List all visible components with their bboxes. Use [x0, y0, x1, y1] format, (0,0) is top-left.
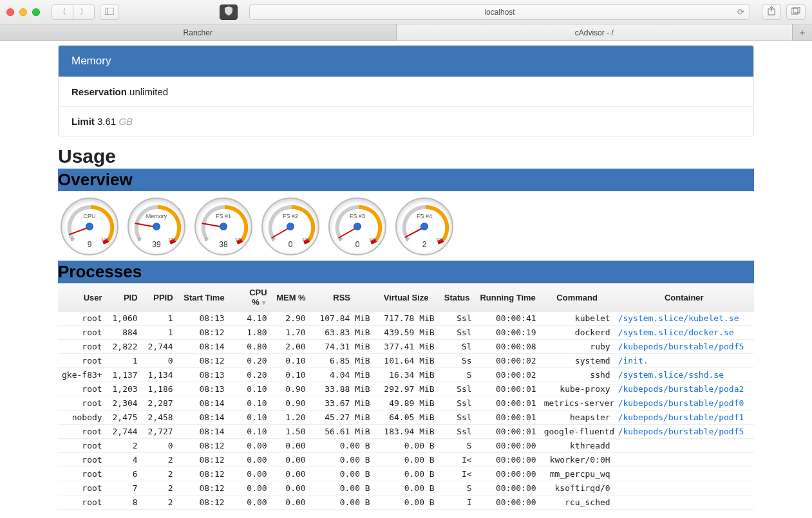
close-window-button[interactable]	[6, 8, 14, 16]
cell-status: Ssl	[439, 411, 476, 425]
cell-status: Ssl	[439, 326, 476, 340]
reload-icon[interactable]: ⟳	[737, 7, 744, 17]
cell-ppid: 1,186	[142, 382, 177, 396]
gauge-label: FS #4	[397, 213, 452, 219]
col-cpu[interactable]: CPU %▼	[229, 284, 271, 311]
cell-vsize: 0.00 B	[374, 495, 439, 510]
cell-user: root	[58, 311, 106, 326]
col-runtime[interactable]: Running Time	[476, 284, 540, 311]
cell-cmd: mm_percpu_wq	[540, 467, 614, 481]
gauge-hub	[287, 223, 294, 230]
container-link[interactable]: /kubepods/burstable/poda2	[618, 384, 744, 394]
nav-back-button[interactable]: 〈	[52, 5, 73, 20]
cell-ppid: 2	[142, 453, 177, 467]
cell-runtime: 00:00:00	[476, 453, 540, 467]
cell-status: I<	[439, 453, 476, 467]
col-rss[interactable]: RSS	[310, 284, 374, 311]
zoom-window-button[interactable]	[32, 8, 40, 16]
table-row: root7208:120.000.000.00 B0.00 BS00:00:00…	[58, 481, 754, 495]
gauge-hub	[153, 223, 160, 230]
share-button[interactable]	[762, 5, 781, 20]
privacy-shield-button[interactable]	[220, 5, 238, 20]
cell-pid: 2,304	[106, 396, 142, 411]
cell-rss: 6.85 MiB	[310, 354, 374, 368]
cell-mem: 1.20	[271, 411, 310, 425]
container-link[interactable]: /kubepods/burstable/podf5	[618, 342, 744, 351]
container-link[interactable]: /kubepods/burstable/podf1	[618, 412, 744, 422]
container-link[interactable]: /kubepods/burstable/podf0	[618, 398, 744, 408]
tabs-icon	[791, 7, 800, 17]
cell-container: /system.slice/docker.se	[614, 326, 754, 340]
minimize-window-button[interactable]	[19, 8, 27, 16]
col-vsize[interactable]: Virtual Size	[374, 284, 439, 311]
sidebar-toggle-button[interactable]	[100, 5, 119, 20]
cell-container: /kubepods/burstable/podf5	[614, 425, 754, 439]
container-link[interactable]: /system.slice/kubelet.se	[618, 313, 739, 323]
cell-user: root	[58, 481, 106, 495]
cell-runtime: 00:00:00	[476, 439, 540, 453]
nav-back-forward-group: 〈 〉	[52, 5, 95, 20]
table-row: root6208:120.000.000.00 B0.00 BI<00:00:0…	[58, 467, 754, 481]
cell-pid: 1,203	[106, 382, 142, 396]
cell-cmd: heapster	[540, 411, 614, 425]
cell-start: 08:12	[177, 495, 229, 510]
cell-start: 08:12	[177, 467, 229, 481]
table-row: root884108:121.801.7063.83 MiB439.59 MiB…	[58, 326, 754, 340]
memory-panel: Memory Reservation unlimited Limit 3.61 …	[58, 45, 754, 136]
container-link[interactable]: /system.slice/sshd.se	[618, 370, 724, 380]
cell-user: root	[58, 354, 106, 368]
cell-mem: 2.90	[271, 311, 310, 326]
cell-runtime: 00:00:01	[476, 382, 540, 396]
cell-rss: 0.00 B	[310, 453, 374, 467]
col-cont[interactable]: Container	[614, 284, 754, 311]
cell-container: /kubepods/burstable/podf1	[614, 411, 754, 425]
browser-tab-rancher[interactable]: Rancher	[0, 24, 397, 41]
processes-table: User PID PPID Start Time CPU %▼ MEM % RS…	[58, 283, 754, 510]
cell-mem: 0.00	[271, 495, 310, 510]
cell-start: 08:12	[177, 326, 229, 340]
cell-status: Sl	[439, 340, 476, 354]
container-link[interactable]: /kubepods/burstable/podf5	[618, 427, 744, 436]
col-mem[interactable]: MEM %	[271, 284, 310, 311]
cell-cpu: 0.00	[229, 495, 271, 510]
col-start[interactable]: Start Time	[177, 284, 229, 311]
col-cmd[interactable]: Command	[540, 284, 614, 311]
table-row: root2,8222,74408:140.802.0074.31 MiB377.…	[58, 340, 754, 354]
cell-cpu: 0.10	[229, 382, 271, 396]
col-ppid[interactable]: PPID	[142, 284, 177, 311]
col-status[interactable]: Status	[439, 284, 476, 311]
cell-ppid: 2	[142, 495, 177, 510]
show-tabs-button[interactable]	[786, 5, 806, 20]
processes-section-header: Processes	[58, 261, 754, 283]
cell-user: root	[58, 340, 106, 354]
container-link[interactable]: /system.slice/docker.se	[618, 328, 734, 337]
cell-ppid: 0	[142, 354, 177, 368]
container-link[interactable]: /init.	[618, 356, 648, 365]
cell-cmd: systemd	[540, 354, 614, 368]
cell-pid: 1,137	[106, 368, 142, 382]
cell-cmd: kube-proxy	[540, 382, 614, 396]
browser-tab-cadvisor[interactable]: cAdvisor - /	[397, 24, 793, 41]
cell-container: /kubepods/burstable/podf0	[614, 396, 754, 411]
gauge-fs-1: FS #1010038	[194, 198, 252, 255]
gauges-row: CPU01009 Memory010039 FS #1010038 FS #20…	[58, 191, 754, 261]
cell-container	[614, 467, 754, 481]
cell-pid: 2,744	[106, 425, 142, 439]
overview-section-header: Overview	[58, 169, 754, 191]
cell-container: /system.slice/sshd.se	[614, 368, 754, 382]
cell-mem: 0.00	[271, 453, 310, 467]
cell-user: root	[58, 453, 106, 467]
cell-cmd: google-fluentd	[540, 425, 614, 439]
cell-start: 08:14	[177, 396, 229, 411]
new-tab-button[interactable]: ＋	[793, 24, 812, 41]
cell-container: /system.slice/kubelet.se	[614, 311, 754, 326]
col-pid[interactable]: PID	[106, 284, 142, 311]
gauge-label: Memory	[129, 213, 184, 219]
cell-user: root	[58, 495, 106, 510]
col-user[interactable]: User	[58, 284, 106, 311]
nav-forward-button[interactable]: 〉	[73, 5, 95, 20]
address-bar[interactable]: localhost ⟳	[249, 5, 750, 20]
cell-rss: 107.84 MiB	[310, 311, 374, 326]
cell-mem: 1.50	[271, 425, 310, 439]
cell-mem: 1.70	[271, 326, 310, 340]
